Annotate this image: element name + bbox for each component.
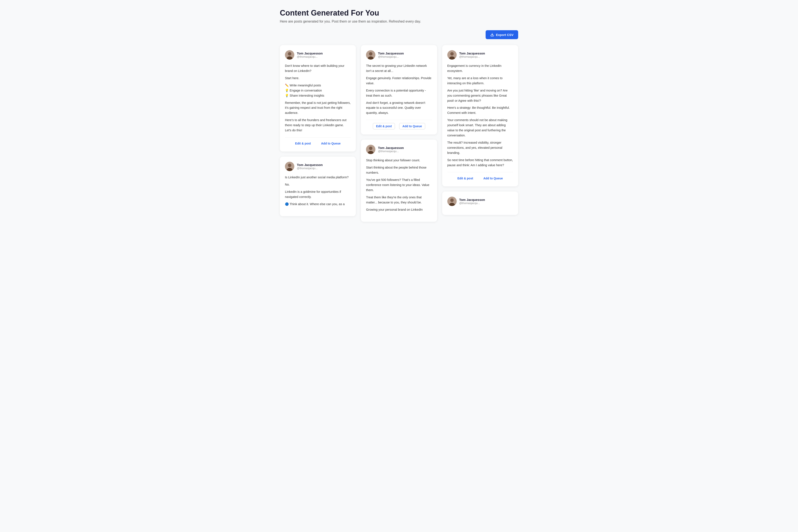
user-handle-6: @thomasjacqu... xyxy=(459,202,485,205)
card-content-2: Is LinkedIn just another social media pl… xyxy=(285,175,351,207)
post-card-3: Tom Jacquesson @thomasjacqu... The secre… xyxy=(361,45,437,134)
add-to-queue-button-3[interactable]: Add to Queue xyxy=(399,123,425,129)
user-info-5: Tom Jacquesson @thomasjacqu... xyxy=(459,52,485,58)
user-name-1: Tom Jacquesson xyxy=(297,52,323,55)
add-to-queue-button-5[interactable]: Add to Queue xyxy=(480,175,506,181)
card-content-3: The secret to growing your LinkedIn netw… xyxy=(366,63,432,116)
post-card-4: Tom Jacquesson @thomasjacqu... Stop thin… xyxy=(361,139,437,222)
column-2: Tom Jacquesson @thomasjacqu... The secre… xyxy=(361,45,437,222)
user-name-5: Tom Jacquesson xyxy=(459,52,485,55)
post-card-1: Tom Jacquesson @thomasjacqu... Don't kno… xyxy=(280,45,356,152)
card-header-4: Tom Jacquesson @thomasjacqu... xyxy=(366,145,432,154)
card-content-5: Engagement is currency in the LinkedIn e… xyxy=(447,63,513,168)
user-name-2: Tom Jacquesson xyxy=(297,163,323,167)
edit-post-button-5[interactable]: Edit & post xyxy=(454,175,476,181)
column-1: Tom Jacquesson @thomasjacqu... Don't kno… xyxy=(280,45,356,216)
card-header-3: Tom Jacquesson @thomasjacqu... xyxy=(366,50,432,60)
user-info-2: Tom Jacquesson @thomasjacqu... xyxy=(297,163,323,170)
export-label: Export CSV xyxy=(496,33,513,37)
user-handle-4: @thomasjacqu... xyxy=(378,150,404,153)
avatar-5 xyxy=(447,50,457,60)
svg-point-11 xyxy=(369,147,373,150)
page-container: Content Generated For You Here are posts… xyxy=(271,0,527,230)
card-actions-1: Edit & post Add to Queue xyxy=(285,137,351,147)
user-info-1: Tom Jacquesson @thomasjacqu... xyxy=(297,52,323,58)
user-handle-2: @thomasjacqu... xyxy=(297,167,323,170)
post-card-5: Tom Jacquesson @thomasjacqu... Engagemen… xyxy=(442,45,518,186)
avatar-4 xyxy=(366,145,375,154)
svg-point-2 xyxy=(288,52,291,56)
export-csv-button[interactable]: Export CSV xyxy=(486,30,518,39)
user-name-4: Tom Jacquesson xyxy=(378,146,404,150)
user-info-4: Tom Jacquesson @thomasjacqu... xyxy=(378,146,404,153)
page-subtitle: Here are posts generated for you. Post t… xyxy=(280,20,518,23)
user-handle-5: @thomasjacqu... xyxy=(459,55,485,58)
add-to-queue-button-1[interactable]: Add to Queue xyxy=(318,140,344,147)
user-handle-3: @thomasjacqu... xyxy=(378,55,404,58)
avatar-3 xyxy=(366,50,375,60)
avatar-2 xyxy=(285,162,294,171)
card-content-4: Stop thinking about your follower count.… xyxy=(366,158,432,212)
svg-point-17 xyxy=(450,198,454,202)
post-card-6: Tom Jacquesson @thomasjacqu... xyxy=(442,191,518,215)
user-info-3: Tom Jacquesson @thomasjacqu... xyxy=(378,52,404,58)
card-header-2: Tom Jacquesson @thomasjacqu... xyxy=(285,162,351,171)
edit-post-button-1[interactable]: Edit & post xyxy=(292,140,314,147)
avatar-1 xyxy=(285,50,294,60)
user-info-6: Tom Jacquesson @thomasjacqu... xyxy=(459,198,485,205)
post-card-2: Tom Jacquesson @thomasjacqu... Is Linked… xyxy=(280,157,356,216)
card-actions-5: Edit & post Add to Queue xyxy=(447,172,513,181)
user-name-6: Tom Jacquesson xyxy=(459,198,485,202)
avatar-6 xyxy=(447,197,457,206)
page-title: Content Generated For You xyxy=(280,8,518,17)
card-content-1: Don't know where to start with building … xyxy=(285,63,351,133)
svg-point-14 xyxy=(450,52,454,56)
card-header-6: Tom Jacquesson @thomasjacqu... xyxy=(447,197,513,206)
header-actions: Export CSV xyxy=(280,30,518,39)
edit-post-button-3[interactable]: Edit & post xyxy=(373,123,395,129)
svg-point-8 xyxy=(369,52,373,56)
page-header: Content Generated For You Here are posts… xyxy=(280,8,518,23)
card-header-5: Tom Jacquesson @thomasjacqu... xyxy=(447,50,513,60)
cards-grid: Tom Jacquesson @thomasjacqu... Don't kno… xyxy=(280,45,518,222)
column-3: Tom Jacquesson @thomasjacqu... Engagemen… xyxy=(442,45,518,215)
download-icon xyxy=(490,33,494,37)
card-header-1: Tom Jacquesson @thomasjacqu... xyxy=(285,50,351,60)
user-name-3: Tom Jacquesson xyxy=(378,52,404,55)
card-actions-3: Edit & post Add to Queue xyxy=(366,120,432,129)
user-handle-1: @thomasjacqu... xyxy=(297,55,323,58)
svg-point-5 xyxy=(288,164,291,167)
